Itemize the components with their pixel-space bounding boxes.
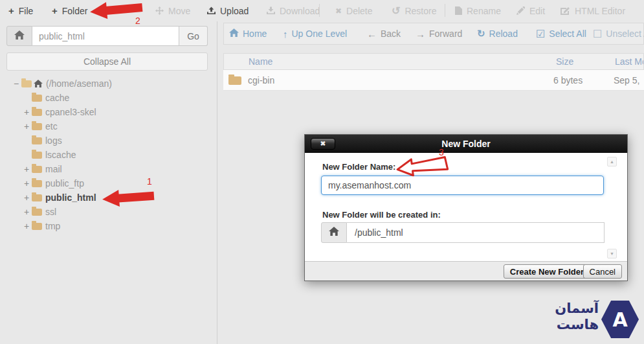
folder-icon — [32, 194, 42, 201]
file-manager-screen: + File + Folder Move Upload Download ✖ D… — [0, 0, 644, 344]
folder-icon — [32, 180, 42, 187]
scroll-up-button[interactable]: ▲ — [607, 157, 617, 166]
up-arrow-icon: ↑ — [283, 29, 288, 40]
tree-item-logs[interactable]: logs — [0, 133, 217, 148]
unchecked-checkbox-icon: ☐ — [593, 28, 602, 40]
tree-item-cpanel3-skel[interactable]: + cpanel3-skel — [0, 105, 217, 119]
home-icon — [34, 80, 43, 87]
open-folder-icon — [21, 80, 32, 87]
expand-toggle[interactable]: + — [23, 107, 30, 117]
close-icon: ✖ — [320, 140, 326, 147]
column-header-name[interactable]: Name — [249, 56, 272, 67]
restore-button: ↺ Restore — [392, 0, 436, 21]
tree-item-label: etc — [45, 121, 58, 132]
dialog-header: ✖ New Folder — [305, 135, 627, 153]
brand-logo-line1: آسمان — [555, 301, 599, 317]
nav-reload[interactable]: ↻ Reload — [477, 23, 518, 44]
nav-forward-label: Forward — [429, 29, 462, 39]
html-editor-button-label: HTML Editor — [575, 6, 625, 16]
nav-up-one-level[interactable]: ↑ Up One Level — [283, 23, 347, 44]
go-button[interactable]: Go — [179, 26, 208, 46]
expand-toggle[interactable]: + — [23, 192, 30, 203]
new-folder-button[interactable]: + Folder — [52, 0, 87, 21]
delete-icon: ✖ — [335, 6, 342, 16]
rename-button-label: Rename — [467, 6, 501, 16]
nav-select-all[interactable]: ☑ Select All — [536, 23, 586, 44]
file-row-cgi-bin[interactable]: cgi-bin 6 bytes Sep 5, — [223, 70, 644, 91]
move-button: Move — [155, 0, 190, 21]
nav-up-one-level-label: Up One Level — [292, 29, 348, 39]
home-addon — [321, 222, 347, 243]
new-folder-dialog: ✖ New Folder New Folder Name: New Folder… — [304, 134, 628, 281]
destination-input[interactable] — [347, 222, 605, 243]
home-icon — [14, 30, 25, 42]
nav-unselect-all[interactable]: ☐ Unselect All — [593, 23, 644, 44]
toolbar-separator — [319, 4, 320, 17]
folder-icon — [32, 95, 42, 102]
navigation-toolbar: Home ↑ Up One Level ← Back → Forward ↻ R… — [223, 23, 644, 45]
tree-item-lscache[interactable]: lscache — [0, 148, 217, 162]
cancel-button[interactable]: Cancel — [583, 264, 622, 279]
plus-icon: + — [8, 5, 14, 16]
expand-toggle[interactable]: + — [23, 221, 30, 231]
dialog-footer: Create New Folder Cancel — [305, 261, 627, 281]
expand-toggle[interactable]: + — [23, 207, 30, 217]
folder-icon — [32, 123, 42, 130]
step-number-1: 1 — [147, 176, 152, 187]
file-table-header: Name Size Last Modified — [223, 53, 644, 70]
brand-logo-letter: A — [612, 308, 627, 331]
file-last-modified: Sep 5, — [614, 75, 639, 86]
folder-icon — [228, 76, 241, 85]
folder-icon — [32, 209, 42, 216]
tree-item-etc[interactable]: + etc — [0, 119, 217, 133]
tree-item-public-ftp[interactable]: + public_ftp — [0, 176, 217, 190]
expand-toggle[interactable]: + — [23, 121, 30, 132]
nav-home[interactable]: Home — [229, 23, 267, 44]
tree-item-cache[interactable]: cache — [0, 91, 217, 105]
column-header-last-modified[interactable]: Last Modified — [615, 56, 644, 67]
scroll-up-icon: ▲ — [610, 159, 614, 164]
home-button[interactable] — [6, 26, 32, 46]
nav-reload-label: Reload — [489, 29, 518, 39]
sidebar-divider — [217, 21, 217, 344]
path-input[interactable] — [32, 26, 179, 46]
folder-name-label: New Folder Name: — [322, 162, 395, 172]
expand-toggle[interactable]: + — [23, 164, 30, 174]
dialog-body: New Folder Name: New Folder will be crea… — [305, 153, 627, 262]
destination-group — [321, 222, 605, 243]
file-button[interactable]: + File — [8, 0, 33, 21]
folder-icon — [32, 223, 42, 230]
file-size: 6 bytes — [553, 75, 583, 86]
folder-name-input[interactable] — [321, 176, 604, 195]
restore-icon: ↺ — [392, 5, 400, 17]
tree-item-home-root[interactable]: − (/home/aseman) — [0, 76, 217, 91]
nav-forward[interactable]: → Forward — [416, 23, 462, 44]
nav-home-label: Home — [243, 29, 267, 39]
expand-toggle[interactable]: + — [23, 178, 30, 189]
create-folder-button[interactable]: Create New Folder — [504, 264, 590, 279]
brand-logo-line2: هاست — [555, 317, 599, 333]
nav-select-all-label: Select All — [549, 29, 586, 39]
collapse-all-button[interactable]: Collapse All — [6, 52, 208, 71]
move-button-label: Move — [168, 6, 190, 16]
nav-unselect-all-label: Unselect All — [606, 29, 644, 39]
edit-button-label: Edit — [529, 6, 545, 16]
dialog-scrollbar: ▲ ▼ — [607, 157, 617, 258]
column-header-size[interactable]: Size — [556, 56, 573, 67]
html-editor-button: HTML Editor — [561, 0, 625, 21]
close-button[interactable]: ✖ — [311, 138, 335, 150]
nav-back[interactable]: ← Back — [367, 23, 401, 44]
tree-item-mail[interactable]: + mail — [0, 162, 217, 176]
folder-icon — [32, 152, 42, 159]
scroll-down-button[interactable]: ▼ — [607, 249, 617, 258]
file-button-label: File — [19, 6, 34, 16]
upload-button-label: Upload — [220, 6, 249, 16]
tree-item-tmp[interactable]: + tmp — [0, 219, 217, 233]
collapse-toggle[interactable]: − — [12, 78, 20, 89]
restore-button-label: Restore — [405, 6, 436, 16]
tree-item-label: mail — [45, 164, 62, 174]
tree-item-label: ssl — [45, 207, 56, 217]
upload-button[interactable]: Upload — [207, 0, 249, 21]
annotation-arrow-step-1 — [102, 187, 155, 208]
tree-item-label: lscache — [45, 150, 76, 160]
